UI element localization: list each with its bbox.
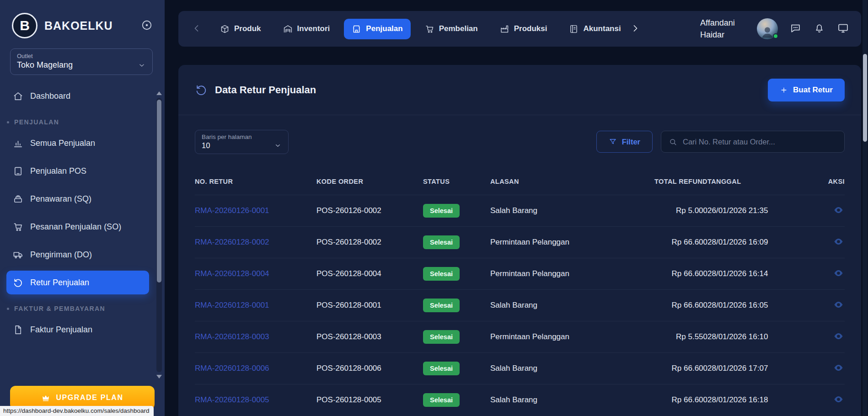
nav-item-inventori[interactable]: Inventori xyxy=(275,19,338,39)
nav-item-produksi[interactable]: Produksi xyxy=(492,19,555,39)
chevron-down-icon xyxy=(274,142,282,149)
sidebar-item-penawaran-sq[interactable]: Penawaran (SQ) xyxy=(6,187,149,211)
retur-number-link[interactable]: RMA-20260128-0002 xyxy=(195,238,269,246)
nav-item-label: Akuntansi xyxy=(583,24,621,33)
sidebar: B BAKOELKU Outlet Toko Magelang Dashboar… xyxy=(0,0,165,416)
filter-label: Filter xyxy=(622,138,640,146)
table-row: RMA-20260128-0004 POS-260128-0004 Selesa… xyxy=(195,258,845,289)
col-header-aksi: AKSI xyxy=(824,178,845,185)
nav-item-label: Produk xyxy=(234,24,261,33)
sidebar-item-penjualan-pos[interactable]: Penjualan POS xyxy=(6,159,149,183)
page-scrollbar[interactable] xyxy=(863,0,868,416)
scroll-up-arrow-icon[interactable] xyxy=(156,91,162,95)
document-icon xyxy=(13,325,23,335)
retur-number-link[interactable]: RMA-20260126-0001 xyxy=(195,206,269,215)
return-date: 26/01/2026 21:35 xyxy=(707,206,824,215)
col-header-status: STATUS xyxy=(423,178,490,185)
sidebar-scrollbar-thumb[interactable] xyxy=(157,100,161,283)
sidebar-item-label: Pesanan Penjualan (SO) xyxy=(30,222,121,232)
user-avatar[interactable] xyxy=(757,18,778,39)
eye-icon xyxy=(833,394,844,405)
sidebar-item-retur-penjualan[interactable]: Retur Penjualan xyxy=(6,271,149,294)
col-header-alasan: ALASAN xyxy=(490,178,627,185)
nav-item-akuntansi[interactable]: Akuntansi xyxy=(561,19,628,39)
notifications-button[interactable] xyxy=(813,22,825,35)
retur-number-link[interactable]: RMA-20260128-0006 xyxy=(195,364,269,373)
status-badge: Selesai xyxy=(423,267,460,281)
order-code: POS-260128-0002 xyxy=(316,238,423,247)
sidebar-item-semua-penjualan[interactable]: Semua Penjualan xyxy=(6,131,149,155)
view-detail-button[interactable] xyxy=(832,393,845,407)
order-code: POS-260128-0005 xyxy=(316,395,423,405)
view-detail-button[interactable] xyxy=(832,330,845,344)
col-header-kode-order: KODE ORDER xyxy=(316,178,423,185)
filter-button[interactable]: Filter xyxy=(596,131,653,153)
sidebar-scrollbar-track[interactable] xyxy=(156,98,162,372)
retur-number-link[interactable]: RMA-20260128-0004 xyxy=(195,269,269,278)
main-column: Produk Inventori Penjualan Pembelian Pro… xyxy=(178,11,861,416)
rows-per-page-label: Baris per halaman xyxy=(202,133,282,140)
status-badge: Selesai xyxy=(423,235,460,249)
table-row: RMA-20260128-0002 POS-260128-0002 Selesa… xyxy=(195,226,845,258)
topnav-items: Produk Inventori Penjualan Pembelian Pro… xyxy=(212,19,629,39)
user-name: Affandani Haidar xyxy=(700,17,746,41)
col-header-total-refund: TOTAL REFUND xyxy=(627,178,707,185)
nav-item-label: Produksi xyxy=(514,24,547,33)
view-detail-button[interactable] xyxy=(832,235,845,249)
nav-item-pembelian[interactable]: Pembelian xyxy=(417,19,486,39)
sidebar-item-pesanan-penjualan-so[interactable]: Pesanan Penjualan (SO) xyxy=(6,215,149,239)
sidebar-item-dashboard[interactable]: Dashboard xyxy=(6,84,149,108)
sidebar-item-label: Penawaran (SQ) xyxy=(30,194,91,204)
retur-number-link[interactable]: RMA-20260128-0001 xyxy=(195,301,269,309)
buat-retur-button[interactable]: Buat Retur xyxy=(768,79,845,101)
view-detail-button[interactable] xyxy=(832,362,845,375)
table-header-row: NO. RETUR KODE ORDER STATUS ALASAN TOTAL… xyxy=(195,168,845,195)
rows-per-page-select[interactable]: Baris per halaman 10 xyxy=(195,130,289,154)
nav-item-label: Pembelian xyxy=(439,24,478,33)
order-code: POS-260128-0004 xyxy=(316,269,423,278)
crown-icon xyxy=(41,393,50,402)
sidebar-item-faktur-penjualan[interactable]: Faktur Penjualan xyxy=(6,318,149,341)
brand-logo: B xyxy=(12,13,38,38)
plus-icon xyxy=(780,86,788,94)
cart-icon xyxy=(425,24,434,34)
view-detail-button[interactable] xyxy=(832,267,845,281)
browser-status-url: https://dashboard-dev.bakoelku.com/sales… xyxy=(0,406,154,416)
order-code: POS-260128-0003 xyxy=(316,332,423,341)
nav-scroll-right-button[interactable] xyxy=(629,22,642,35)
order-code: POS-260128-0001 xyxy=(316,301,423,310)
rows-per-page-value: 10 xyxy=(202,141,210,150)
status-badge: Selesai xyxy=(423,330,460,344)
nav-item-label: Inventori xyxy=(297,24,330,33)
messages-button[interactable] xyxy=(789,22,802,35)
search-input[interactable] xyxy=(683,138,837,146)
view-detail-button[interactable] xyxy=(832,299,845,312)
sidebar-collapse-button[interactable] xyxy=(140,19,154,32)
return-reason: Salah Barang xyxy=(490,364,627,373)
view-detail-button[interactable] xyxy=(832,204,845,218)
eye-icon xyxy=(833,331,844,341)
chevron-right-icon xyxy=(630,23,641,34)
nav-item-penjualan[interactable]: Penjualan xyxy=(344,19,410,39)
nav-scroll-left-button[interactable] xyxy=(190,22,203,35)
page-title: Data Retur Penjualan xyxy=(215,84,316,96)
nav-item-produk[interactable]: Produk xyxy=(212,19,269,39)
retur-number-link[interactable]: RMA-20260128-0005 xyxy=(195,395,269,404)
total-refund: Rp 66.600 xyxy=(627,238,707,247)
sidebar-item-label: Semua Penjualan xyxy=(30,139,95,148)
return-reason: Permintaan Pelanggan xyxy=(490,332,627,341)
display-mode-button[interactable] xyxy=(836,22,849,35)
sidebar-item-pengiriman-do[interactable]: Pengiriman (DO) xyxy=(6,243,149,267)
page-scrollbar-thumb[interactable] xyxy=(863,54,867,142)
monitor-icon xyxy=(837,22,849,34)
outlet-select[interactable]: Outlet Toko Magelang xyxy=(10,48,153,75)
sidebar-item-label: Pengiriman (DO) xyxy=(30,250,92,260)
outlet-label: Outlet xyxy=(17,53,146,59)
sidebar-section-faktur-pembayaran: FAKTUR & PEMBAYARAN xyxy=(0,299,165,318)
scroll-down-arrow-icon[interactable] xyxy=(156,375,162,379)
outlet-value: Toko Magelang xyxy=(17,60,73,70)
retur-number-link[interactable]: RMA-20260128-0003 xyxy=(195,332,269,341)
table-controls: Baris per halaman 10 Filter xyxy=(195,129,845,155)
sidebar-scrollbar[interactable] xyxy=(156,91,162,379)
status-badge: Selesai xyxy=(423,204,460,218)
